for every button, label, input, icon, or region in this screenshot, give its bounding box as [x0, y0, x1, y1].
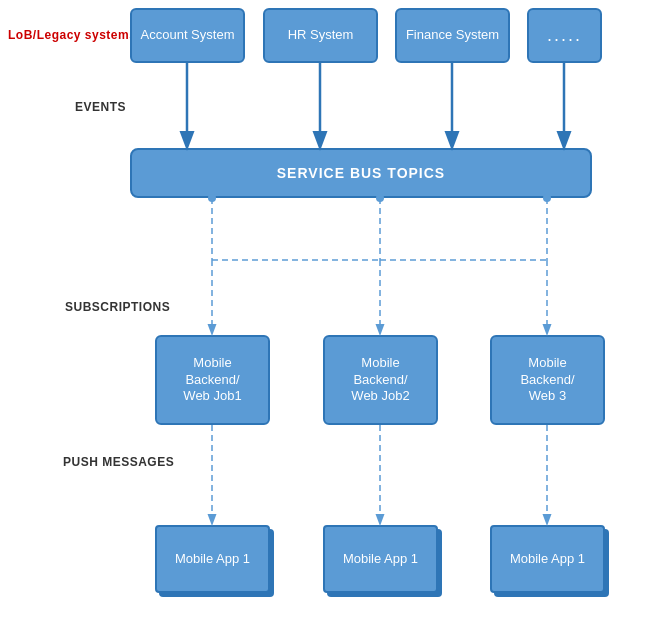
hr-system-box: HR System	[263, 8, 378, 63]
web-job-2-box: Mobile Backend/ Web Job2	[323, 335, 438, 425]
finance-system-box: Finance System	[395, 8, 510, 63]
account-system-box: Account System	[130, 8, 245, 63]
dots-box: .....	[527, 8, 602, 63]
web-job-1-box: Mobile Backend/ Web Job1	[155, 335, 270, 425]
diagram: LoB/Legacy systems/Legacy systems EVENTS…	[0, 0, 660, 622]
push-messages-label: PUSH MESSAGES	[63, 455, 174, 469]
web-job-3-box: Mobile Backend/ Web 3	[490, 335, 605, 425]
mobile-app-3-box: Mobile App 1	[490, 525, 605, 593]
service-bus-box: SERVICE BUS TOPICS	[130, 148, 592, 198]
subscriptions-label: SUBSCRIPTIONS	[65, 300, 170, 314]
events-label: EVENTS	[75, 100, 126, 114]
mobile-app-1-box: Mobile App 1	[155, 525, 270, 593]
mobile-app-2-box: Mobile App 1	[323, 525, 438, 593]
